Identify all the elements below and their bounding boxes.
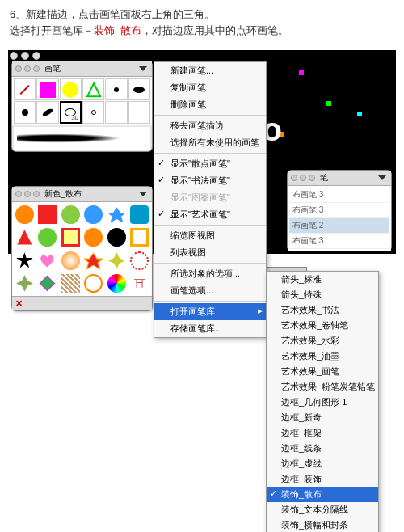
panel-title: 笔 xyxy=(320,172,328,184)
brush-panel: 画笔 30 xyxy=(11,61,153,152)
panel-window-controls[interactable] xyxy=(15,191,40,197)
menu-item[interactable]: 打开画笔库 xyxy=(154,303,266,320)
svg-marker-7 xyxy=(40,277,55,291)
submenu-item[interactable]: 箭头_标准 xyxy=(267,272,378,287)
submenu-item[interactable]: 箭头_特殊 xyxy=(267,287,378,302)
panel-window-controls[interactable] xyxy=(291,175,315,181)
menu-item[interactable]: 画笔选项... xyxy=(154,282,266,299)
submenu-item[interactable]: 艺术效果_书法 xyxy=(267,302,378,318)
svg-marker-5 xyxy=(108,252,125,269)
menu-item[interactable]: 删除画笔 xyxy=(154,96,266,113)
svg-marker-1 xyxy=(107,207,126,222)
list-item[interactable]: 布画笔 3 xyxy=(289,188,389,203)
stroke-preview xyxy=(14,127,150,150)
list-item[interactable]: 布画笔 2 xyxy=(289,218,389,234)
svg-marker-3 xyxy=(16,252,33,268)
menu-item[interactable]: 显示"散点画笔" xyxy=(154,155,266,172)
swatch-panel-footer[interactable]: ✕ xyxy=(12,296,152,310)
menu-item[interactable]: 选择所有未使用的画笔 xyxy=(154,134,266,151)
menu-item[interactable]: 显示"艺术画笔" xyxy=(154,206,266,223)
submenu-item[interactable]: 艺术效果_画笔 xyxy=(267,364,378,379)
instruction-text: 6、新建描边，点击画笔面板右上角的三角。 选择打开画笔库－装饰_散布，对描边应用… xyxy=(0,0,404,41)
swatch-panel: 新色_散布 ⛩ ✕ xyxy=(11,186,153,311)
menu-item[interactable]: 列表视图 xyxy=(154,244,266,261)
panel-title: 画笔 xyxy=(44,63,61,74)
panel-menu-button[interactable] xyxy=(377,173,388,183)
submenu-item[interactable]: 边框_框架 xyxy=(267,425,378,441)
list-item[interactable]: 布画笔 3 xyxy=(289,234,389,249)
submenu-item[interactable]: 艺术效果_粉笔炭笔铅笔 xyxy=(267,379,378,395)
submenu-item[interactable]: 艺术效果_卷轴笔 xyxy=(267,318,378,333)
submenu-item[interactable]: 艺术效果_油墨 xyxy=(267,348,378,364)
svg-marker-0 xyxy=(87,83,100,96)
panel-menu-button[interactable] xyxy=(137,64,149,74)
submenu-item[interactable]: 艺术效果_水彩 xyxy=(267,333,378,348)
svg-marker-4 xyxy=(84,253,103,268)
brush-library-submenu[interactable]: 箭头_标准箭头_特殊艺术效果_书法艺术效果_卷轴笔艺术效果_水彩艺术效果_油墨艺… xyxy=(266,271,379,532)
list-item[interactable]: 布画笔 3 xyxy=(289,203,389,218)
submenu-item[interactable]: 边框_虚线 xyxy=(267,456,378,471)
brush-grid[interactable]: 30 xyxy=(12,77,152,125)
menu-item[interactable]: 复制画笔 xyxy=(154,79,266,96)
submenu-item[interactable]: 边框_新奇 xyxy=(267,410,378,425)
submenu-item[interactable]: 边框_装饰 xyxy=(267,471,378,487)
swatch-grid[interactable]: ⛩ xyxy=(12,202,152,296)
menu-item[interactable]: 存储画笔库... xyxy=(154,320,266,337)
submenu-item[interactable]: 装饰_横幅和封条 xyxy=(267,517,378,532)
brush-list-panel: 笔 布画笔 3 布画笔 3 布画笔 2 布画笔 3 xyxy=(287,170,392,251)
svg-marker-2 xyxy=(17,230,32,245)
menu-item: 显示"图案画笔" xyxy=(154,189,266,206)
menu-item[interactable]: 显示"书法画笔" xyxy=(154,172,266,189)
panel-window-controls[interactable] xyxy=(15,65,40,72)
brush-panel-menu[interactable]: 新建画笔...复制画笔删除画笔移去画笔描边选择所有未使用的画笔显示"散点画笔"显… xyxy=(154,61,267,338)
svg-marker-6 xyxy=(16,275,33,292)
panel-menu-button[interactable] xyxy=(137,189,149,199)
menu-item[interactable]: 缩览图视图 xyxy=(154,227,266,244)
submenu-item[interactable]: 边框_几何图形 1 xyxy=(267,395,378,410)
delete-icon[interactable]: ✕ xyxy=(15,298,23,309)
panel-title: 新色_散布 xyxy=(44,188,82,200)
submenu-item[interactable]: 装饰_散布 xyxy=(267,487,378,502)
menu-item[interactable]: 新建画笔... xyxy=(154,62,266,79)
menu-item[interactable]: 所选对象的选项... xyxy=(154,265,266,282)
menu-item[interactable]: 移去画笔描边 xyxy=(154,117,266,134)
submenu-item[interactable]: 装饰_文本分隔线 xyxy=(267,502,378,517)
submenu-item[interactable]: 边框_线条 xyxy=(267,441,378,456)
